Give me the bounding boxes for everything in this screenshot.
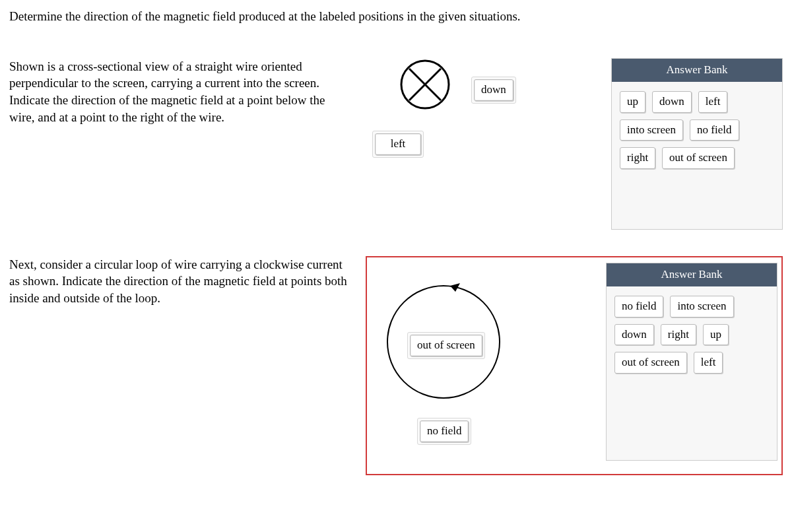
question-2: Next, consider a circular loop of wire c… bbox=[9, 256, 783, 475]
q1-drop-below-value: left bbox=[375, 133, 421, 155]
wire-into-screen-icon bbox=[399, 58, 451, 111]
q2-answer-bank: Answer Bank no field into screen down ri… bbox=[606, 263, 777, 461]
answer-chip[interactable]: into screen bbox=[670, 296, 733, 317]
answer-chip[interactable]: up bbox=[703, 324, 729, 346]
q2-drop-outside-value: no field bbox=[420, 420, 469, 442]
question-1: Shown is a cross-sectional view of a str… bbox=[9, 58, 783, 230]
q2-bank-title: Answer Bank bbox=[607, 263, 777, 286]
answer-chip[interactable]: down bbox=[652, 91, 692, 113]
q1-answer-bank: Answer Bank up down left into screen no … bbox=[611, 58, 783, 230]
answer-chip[interactable]: no field bbox=[690, 119, 739, 141]
q1-drop-right-value: down bbox=[474, 79, 513, 101]
q1-diagram-area: down left bbox=[366, 58, 598, 230]
q2-drop-inside-loop[interactable]: out of screen bbox=[407, 332, 485, 359]
q1-drop-right-of-wire[interactable]: down bbox=[471, 77, 516, 104]
answer-chip[interactable]: down bbox=[614, 324, 654, 346]
q2-drop-inside-value: out of screen bbox=[410, 335, 482, 356]
q2-bank-body: no field into screen down right up out o… bbox=[607, 286, 777, 386]
q1-drop-below-wire[interactable]: left bbox=[372, 131, 424, 158]
answer-chip[interactable]: out of screen bbox=[662, 147, 735, 169]
answer-chip[interactable]: right bbox=[661, 324, 696, 346]
answer-chip[interactable]: left bbox=[698, 91, 728, 113]
answer-chip[interactable]: right bbox=[620, 147, 655, 169]
answer-chip[interactable]: out of screen bbox=[614, 352, 687, 374]
q2-drop-outside-loop[interactable]: no field bbox=[417, 418, 471, 445]
answer-chip[interactable]: into screen bbox=[620, 119, 683, 141]
answer-chip[interactable]: no field bbox=[614, 296, 663, 317]
q2-diagram-area: out of screen no field bbox=[371, 263, 593, 461]
q2-error-frame: out of screen no field Answer Bank no fi… bbox=[366, 256, 783, 475]
answer-chip[interactable]: left bbox=[694, 352, 723, 374]
q2-prompt: Next, consider a circular loop of wire c… bbox=[9, 256, 352, 475]
q1-prompt: Shown is a cross-sectional view of a str… bbox=[9, 58, 352, 230]
q1-bank-title: Answer Bank bbox=[612, 59, 782, 82]
q1-bank-body: up down left into screen no field right … bbox=[612, 82, 782, 182]
page-instruction: Determine the direction of the magnetic … bbox=[9, 8, 783, 25]
answer-chip[interactable]: up bbox=[620, 91, 645, 113]
